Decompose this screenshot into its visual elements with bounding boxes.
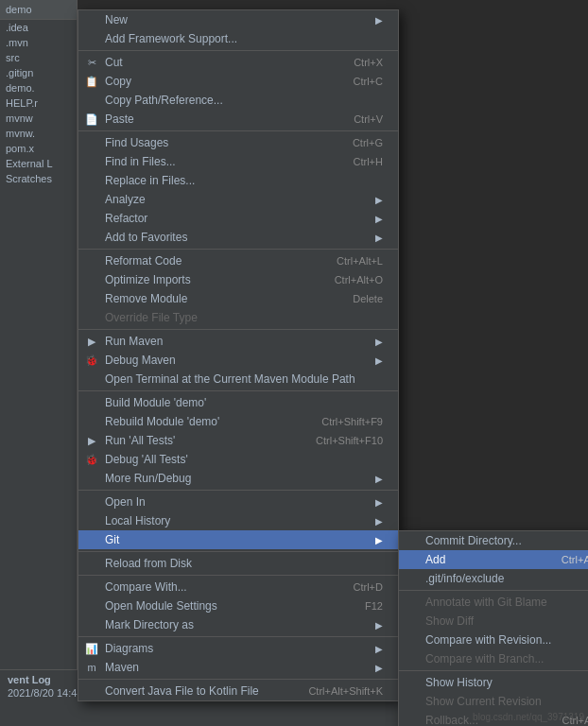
menu-item-find-in-files[interactable]: Find in Files...Ctrl+H — [78, 152, 398, 171]
project-file-item[interactable]: pom.x — [0, 141, 77, 156]
menu-item-cut[interactable]: ✂CutCtrl+X — [78, 53, 398, 72]
menu-shortcut-paste: Ctrl+V — [335, 113, 383, 125]
git-menu-item-compare-with-revision[interactable]: Compare with Revision... — [399, 631, 588, 649]
menu-item-debug-all-tests[interactable]: 🐞Debug 'All Tests' — [78, 450, 398, 469]
menu-shortcut-compare-with: Ctrl+D — [335, 581, 383, 593]
menu-item-run-maven[interactable]: ▶Run Maven▶ — [78, 332, 398, 351]
menu-item-reload-from-disk[interactable]: Reload from Disk — [78, 554, 398, 573]
menu-shortcut-convert-java-kotlin: Ctrl+Alt+Shift+K — [289, 685, 383, 697]
project-file-item[interactable]: mvnw. — [0, 126, 77, 141]
project-files: .idea.mvnsrc.gitigndemo.HELP.rmvnwmvnw.p… — [0, 20, 77, 186]
menu-item-debug-maven[interactable]: 🐞Debug Maven▶ — [78, 351, 398, 370]
submenu-arrow-add-to-favorites: ▶ — [375, 233, 383, 243]
git-menu-item-gitinfo-exclude[interactable]: .git/info/exclude — [399, 569, 588, 588]
project-panel: demo .idea.mvnsrc.gitigndemo.HELP.rmvnwm… — [0, 0, 78, 726]
submenu-arrow-mark-directory-as: ▶ — [375, 620, 383, 631]
menu-item-maven[interactable]: mMaven▶ — [78, 658, 398, 677]
submenu-arrow-diagrams: ▶ — [375, 644, 383, 654]
menu-icon-run-maven: ▶ — [84, 336, 99, 348]
submenu-arrow-local-history: ▶ — [375, 516, 383, 527]
git-menu-label-annotate-git-blame: Annotate with Git Blame — [425, 596, 547, 609]
menu-item-build-module[interactable]: Build Module 'demo' — [78, 393, 398, 412]
project-file-item[interactable]: Scratches — [0, 171, 77, 186]
menu-separator — [78, 390, 398, 391]
menu-item-add-framework[interactable]: Add Framework Support... — [78, 29, 398, 48]
menu-item-more-run-debug[interactable]: More Run/Debug▶ — [78, 469, 398, 488]
menu-item-add-to-favorites[interactable]: Add to Favorites▶ — [78, 228, 398, 247]
menu-label-add-to-favorites: Add to Favorites — [105, 231, 187, 244]
menu-label-replace-in-files: Replace in Files... — [105, 174, 195, 187]
menu-label-convert-java-kotlin: Convert Java File to Kotlin File — [105, 684, 259, 698]
git-menu-item-commit-directory[interactable]: Commit Directory... — [399, 531, 588, 550]
menu-item-copy-path[interactable]: Copy Path/Reference... — [78, 91, 398, 110]
menu-label-maven: Maven — [105, 661, 139, 674]
menu-item-run-all-tests[interactable]: ▶Run 'All Tests'Ctrl+Shift+F10 — [78, 431, 398, 450]
menu-item-new[interactable]: New▶ — [78, 10, 398, 29]
menu-item-mark-directory-as[interactable]: Mark Directory as▶ — [78, 615, 398, 634]
menu-label-find-usages: Find Usages — [105, 136, 168, 149]
menu-item-find-usages[interactable]: Find UsagesCtrl+G — [78, 133, 398, 152]
git-submenu: Commit Directory...AddCtrl+Alt+A.git/inf… — [398, 530, 588, 726]
menu-label-open-terminal-maven: Open Terminal at the Current Maven Modul… — [105, 372, 355, 386]
project-file-item[interactable]: External L — [0, 156, 77, 171]
git-menu-label-show-history: Show History — [425, 676, 493, 689]
menu-item-git[interactable]: Git▶ — [78, 530, 398, 549]
menu-separator — [78, 575, 398, 576]
git-menu-item-show-diff: Show Diff — [399, 612, 588, 631]
menu-label-diagrams: Diagrams — [105, 642, 153, 655]
git-menu-label-add: Add — [425, 553, 445, 566]
menu-icon-debug-all-tests: 🐞 — [84, 454, 99, 466]
project-file-item[interactable]: src — [0, 50, 77, 65]
menu-label-copy-path: Copy Path/Reference... — [105, 94, 223, 107]
submenu-arrow-new: ▶ — [375, 15, 383, 26]
menu-label-find-in-files: Find in Files... — [105, 155, 176, 168]
project-file-item[interactable]: .mvn — [0, 35, 77, 50]
project-file-item[interactable]: mvnw — [0, 111, 77, 126]
git-menu-separator — [399, 590, 588, 591]
menu-item-remove-module[interactable]: Remove ModuleDelete — [78, 289, 398, 308]
project-file-item[interactable]: .gitign — [0, 65, 77, 80]
project-file-item[interactable]: demo. — [0, 80, 77, 95]
menu-item-convert-java-kotlin[interactable]: Convert Java File to Kotlin FileCtrl+Alt… — [78, 682, 398, 700]
git-menu-label-compare-with-revision: Compare with Revision... — [425, 633, 551, 647]
menu-shortcut-optimize-imports: Ctrl+Alt+O — [316, 274, 383, 285]
menu-label-open-in: Open In — [105, 495, 146, 509]
menu-item-open-in[interactable]: Open In▶ — [78, 493, 398, 511]
git-menu-label-gitinfo-exclude: .git/info/exclude — [425, 572, 504, 585]
git-menu-label-rollback: Rollback... — [425, 714, 478, 726]
menu-item-compare-with[interactable]: Compare With...Ctrl+D — [78, 578, 398, 596]
git-menu-shortcut-add: Ctrl+Alt+A — [543, 554, 588, 565]
menu-label-refactor: Refactor — [105, 212, 147, 225]
submenu-arrow-maven: ▶ — [375, 663, 383, 673]
menu-item-paste[interactable]: 📄PasteCtrl+V — [78, 110, 398, 129]
menu-separator — [78, 551, 398, 552]
menu-item-copy[interactable]: 📋CopyCtrl+C — [78, 72, 398, 91]
submenu-arrow-more-run-debug: ▶ — [375, 474, 383, 484]
menu-label-git: Git — [105, 533, 119, 546]
project-file-item[interactable]: HELP.r — [0, 95, 77, 111]
menu-item-local-history[interactable]: Local History▶ — [78, 511, 398, 530]
menu-item-refactor[interactable]: Refactor▶ — [78, 209, 398, 228]
git-menu-item-add[interactable]: AddCtrl+Alt+A — [399, 550, 588, 569]
menu-icon-debug-maven: 🐞 — [84, 354, 99, 367]
menu-item-optimize-imports[interactable]: Optimize ImportsCtrl+Alt+O — [78, 270, 398, 289]
submenu-arrow-debug-maven: ▶ — [375, 355, 383, 366]
menu-item-analyze[interactable]: Analyze▶ — [78, 190, 398, 209]
menu-label-rebuild-module: Rebuild Module 'demo' — [105, 415, 219, 428]
menu-item-open-module-settings[interactable]: Open Module SettingsF12 — [78, 596, 398, 615]
git-menu-item-show-history[interactable]: Show History — [399, 673, 588, 692]
menu-shortcut-open-module-settings: F12 — [346, 600, 383, 612]
menu-item-open-terminal-maven[interactable]: Open Terminal at the Current Maven Modul… — [78, 370, 398, 389]
menu-item-reformat-code[interactable]: Reformat CodeCtrl+Alt+L — [78, 251, 398, 270]
menu-icon-copy: 📋 — [84, 76, 99, 88]
menu-separator — [78, 636, 398, 637]
menu-item-replace-in-files[interactable]: Replace in Files... — [78, 171, 398, 190]
menu-label-cut: Cut — [105, 56, 123, 69]
menu-item-rebuild-module[interactable]: Rebuild Module 'demo'Ctrl+Shift+F9 — [78, 412, 398, 431]
menu-item-diagrams[interactable]: 📊Diagrams▶ — [78, 639, 398, 658]
git-menu-label-show-current-revision: Show Current Revision — [425, 695, 542, 708]
project-file-item[interactable]: .idea — [0, 20, 77, 35]
menu-shortcut-cut: Ctrl+X — [335, 57, 383, 68]
menu-label-more-run-debug: More Run/Debug — [105, 472, 191, 485]
event-log-label: vent Log — [8, 674, 51, 685]
